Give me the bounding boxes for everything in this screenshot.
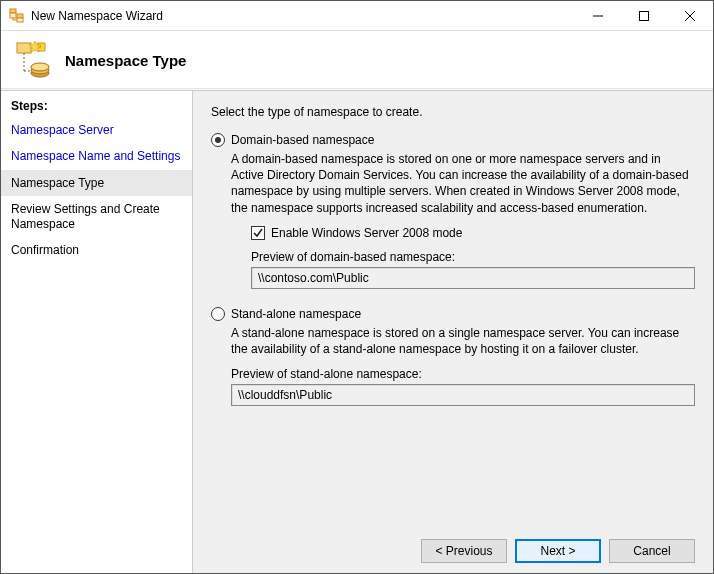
option-domain-based: Domain-based namespace A domain-based na… (211, 133, 695, 289)
window-controls (575, 1, 713, 30)
radio-standalone[interactable]: Stand-alone namespace (211, 307, 695, 321)
svg-rect-7 (640, 11, 649, 20)
checkbox-2008-mode-label: Enable Windows Server 2008 mode (271, 226, 462, 240)
checkmark-icon (251, 226, 265, 240)
titlebar: New Namespace Wizard (1, 1, 713, 31)
step-review: Review Settings and Create Namespace (1, 196, 192, 237)
domain-preview-value: \\contoso.com\Public (251, 267, 695, 289)
maximize-button[interactable] (621, 1, 667, 30)
radio-standalone-label: Stand-alone namespace (231, 307, 361, 321)
wizard-header: Namespace Type (1, 31, 713, 91)
previous-button[interactable]: < Previous (421, 539, 507, 563)
step-namespace-server[interactable]: Namespace Server (1, 117, 192, 143)
standalone-preview-value: \\clouddfsn\Public (231, 384, 695, 406)
cancel-button[interactable]: Cancel (609, 539, 695, 563)
window-title: New Namespace Wizard (31, 9, 575, 23)
wizard-window: New Namespace Wizard (0, 0, 714, 574)
svg-rect-2 (17, 14, 23, 18)
close-button[interactable] (667, 1, 713, 30)
app-icon (9, 8, 25, 24)
standalone-preview-label: Preview of stand-alone namespace: (231, 367, 695, 381)
minimize-button[interactable] (575, 1, 621, 30)
instruction-text: Select the type of namespace to create. (211, 105, 695, 119)
next-button[interactable]: Next > (515, 539, 601, 563)
checkbox-2008-mode[interactable]: Enable Windows Server 2008 mode (251, 226, 695, 240)
radio-domain-based[interactable]: Domain-based namespace (211, 133, 695, 147)
svg-rect-10 (17, 43, 31, 53)
radio-domain-based-label: Domain-based namespace (231, 133, 374, 147)
domain-preview-label: Preview of domain-based namespace: (251, 250, 695, 264)
step-namespace-name[interactable]: Namespace Name and Settings (1, 143, 192, 169)
wizard-header-icon (13, 41, 53, 81)
wizard-buttons: < Previous Next > Cancel (211, 531, 695, 563)
page-title: Namespace Type (65, 52, 186, 69)
steps-sidebar: Steps: Namespace Server Namespace Name a… (1, 91, 193, 573)
svg-point-16 (31, 63, 49, 71)
steps-heading: Steps: (1, 97, 192, 117)
svg-rect-3 (17, 18, 23, 22)
step-namespace-type: Namespace Type (1, 170, 192, 196)
radio-icon (211, 307, 225, 321)
step-confirmation: Confirmation (1, 237, 192, 263)
radio-icon (211, 133, 225, 147)
standalone-description: A stand-alone namespace is stored on a s… (231, 325, 695, 357)
domain-based-description: A domain-based namespace is stored on on… (231, 151, 695, 216)
svg-rect-1 (10, 13, 16, 18)
svg-rect-0 (10, 9, 16, 13)
option-standalone: Stand-alone namespace A stand-alone name… (211, 307, 695, 406)
wizard-body: Steps: Namespace Server Namespace Name a… (1, 91, 713, 573)
wizard-content: Select the type of namespace to create. … (193, 91, 713, 573)
